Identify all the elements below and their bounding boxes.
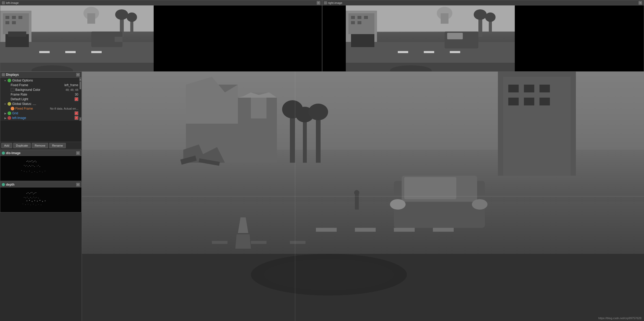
right-image-window-icon [324, 1, 327, 4]
svg-rect-61 [28, 166, 28, 167]
svg-rect-39 [398, 51, 408, 53]
svg-rect-68 [38, 165, 39, 166]
svg-rect-142 [316, 228, 337, 232]
svg-rect-80 [1, 187, 81, 212]
svg-rect-106 [45, 200, 45, 201]
default-light-item[interactable]: ▶ Default Light ✓ [0, 97, 79, 102]
background-color-item[interactable]: ▶ Background Color 48; 48; 48 [0, 87, 79, 92]
depth-icon [2, 183, 5, 186]
displays-scroll-up[interactable]: ▲ [79, 78, 81, 81]
svg-rect-16 [65, 51, 76, 53]
left-image-close-button[interactable]: × [317, 1, 320, 5]
left-street-image [0, 5, 154, 71]
svg-rect-64 [32, 165, 32, 166]
svg-rect-110 [30, 205, 31, 205]
svg-rect-148 [290, 241, 305, 244]
svg-rect-138 [508, 98, 519, 105]
svg-rect-3 [5, 16, 9, 19]
right-image-content [322, 5, 644, 71]
svg-rect-55 [34, 161, 34, 162]
remove-button[interactable]: Remove [32, 143, 48, 148]
svg-rect-78 [42, 172, 43, 172]
svg-rect-44 [447, 33, 463, 39]
rename-button[interactable]: Rename [49, 143, 66, 148]
svg-rect-33 [441, 13, 448, 24]
svg-rect-83 [29, 193, 30, 194]
svg-rect-100 [29, 200, 30, 201]
global-status-fixed-frame-item[interactable]: ▶ Fixed Frame No tf data. Actual err... [0, 106, 79, 111]
background-color-label: Background Color [15, 88, 64, 92]
svg-point-160 [354, 190, 359, 195]
global-status-fixed-frame-value: No tf data. Actual err... [50, 107, 78, 110]
displays-scroll-thumb[interactable] [80, 81, 81, 89]
depth-visualization [0, 187, 81, 212]
grid-checkbox[interactable]: ✓ [75, 111, 78, 115]
left-image-checkbox[interactable]: ✓ [75, 116, 78, 120]
left-image-tree-item[interactable]: ▶ left-Image ✓ [0, 116, 79, 120]
svg-rect-27 [351, 16, 355, 19]
svg-rect-135 [508, 85, 519, 92]
svg-rect-41 [450, 51, 460, 53]
dis-image-visualization [0, 156, 81, 181]
svg-rect-40 [424, 51, 434, 53]
svg-rect-15 [39, 51, 50, 53]
svg-rect-50 [29, 162, 29, 162]
svg-rect-79 [45, 171, 45, 171]
global-options-item[interactable]: ▾ Global Options [0, 78, 79, 83]
svg-rect-9 [87, 13, 95, 24]
svg-rect-60 [27, 165, 27, 166]
default-light-label: Default Light [11, 97, 75, 101]
displays-scrollbar: ▲ ▼ [79, 78, 81, 121]
svg-rect-4 [12, 16, 16, 19]
right-image-close-button[interactable]: × [639, 1, 642, 5]
svg-rect-47 [1, 156, 81, 181]
svg-rect-108 [25, 204, 26, 205]
main-viewport[interactable]: https://blog.csdn.net/crp99757628 [82, 72, 644, 321]
left-panel: Displays × ▾ Global Options ▶ Fixed Fram… [0, 72, 82, 321]
fixed-frame-label: Fixed Frame [11, 83, 63, 87]
svg-point-132 [308, 104, 328, 120]
global-status-item[interactable]: ▾ Global Status: .... [0, 102, 79, 106]
displays-tree: ▾ Global Options ▶ Fixed Frame left_fram… [0, 78, 79, 121]
svg-rect-105 [42, 201, 43, 202]
grid-arrow: ▶ [4, 112, 8, 115]
depth-close[interactable]: × [76, 183, 80, 186]
left-image-window: left-Image × [0, 0, 322, 72]
svg-rect-137 [539, 85, 550, 92]
background-color-swatch [11, 88, 14, 92]
svg-rect-49 [28, 161, 28, 161]
svg-rect-102 [34, 200, 35, 201]
svg-rect-69 [40, 166, 40, 167]
global-status-icon [8, 102, 11, 106]
svg-rect-99 [27, 200, 27, 201]
svg-rect-7 [12, 21, 16, 24]
svg-rect-63 [30, 166, 31, 167]
right-image-window: right-image × [322, 0, 644, 72]
dis-image-titlebar: dis-Image × [0, 150, 81, 156]
displays-titlebar: Displays × [0, 72, 81, 78]
dis-image-title: dis-Image [6, 151, 21, 155]
left-image-tree-icon [8, 116, 11, 120]
fixed-frame-item[interactable]: ▶ Fixed Frame left_frame [0, 83, 79, 87]
global-status-fixed-frame-label: Fixed Frame [15, 107, 49, 110]
global-status-fixed-frame-icon [11, 107, 14, 110]
dis-image-icon [2, 152, 5, 155]
svg-rect-143 [355, 228, 376, 232]
left-image-title: left-Image [6, 1, 19, 4]
svg-rect-28 [357, 16, 361, 19]
svg-rect-146 [212, 241, 227, 244]
displays-panel-close[interactable]: × [76, 73, 80, 77]
svg-rect-104 [40, 200, 40, 201]
grid-item[interactable]: ▶ Grid ✓ [0, 111, 79, 116]
default-light-checkbox[interactable]: ✓ [75, 97, 78, 101]
displays-scroll-down[interactable]: ▼ [79, 117, 81, 121]
duplicate-button[interactable]: Duplicate [13, 143, 31, 148]
frame-rate-item[interactable]: ▶ Frame Rate 30 [0, 92, 79, 97]
svg-point-13 [127, 12, 137, 22]
displays-panel: Displays × ▾ Global Options ▶ Fixed Fram… [0, 72, 82, 149]
depth-image-content [0, 187, 81, 212]
add-button[interactable]: Add [1, 143, 12, 148]
dis-image-close[interactable]: × [76, 151, 80, 155]
svg-rect-114 [41, 205, 41, 205]
depth-titlebar: depth × [0, 182, 81, 187]
